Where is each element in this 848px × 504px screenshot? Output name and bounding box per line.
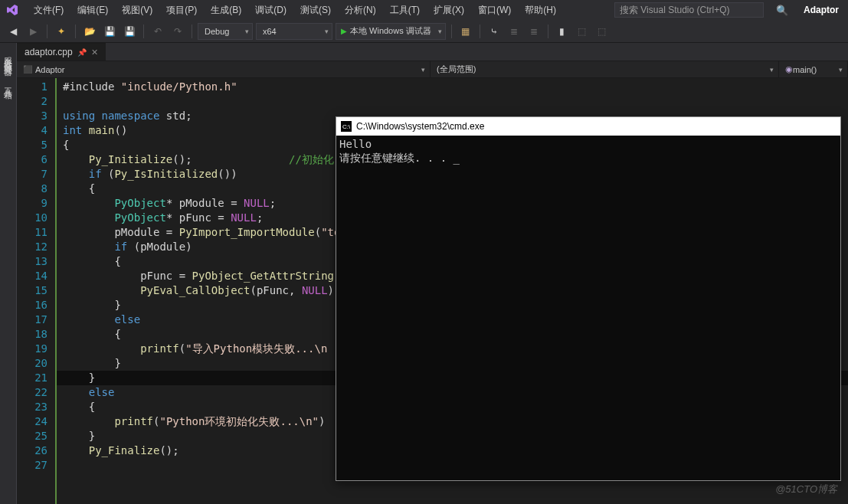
menu-item[interactable]: 扩展(X) [427, 2, 470, 19]
toolbar-icon-4: ⬚ [594, 23, 611, 40]
save-icon[interactable]: 💾 [101, 23, 118, 40]
watermark: @51CTO博客 [775, 483, 837, 496]
nav-forward-icon: ▶ [25, 23, 41, 40]
toolbar: ◀ ▶ ✦ 📂 💾 💾 ↶ ↷ Debug x64 ▶本地 Windows 调试… [0, 20, 848, 43]
debug-start-button[interactable]: ▶本地 Windows 调试器 [336, 23, 446, 40]
menu-item[interactable]: 工具(T) [384, 2, 426, 19]
menu-item[interactable]: 生成(B) [205, 2, 247, 19]
close-icon[interactable]: ✕ [91, 47, 98, 57]
menu-item[interactable]: 窗口(W) [472, 2, 517, 19]
toolbar-icon-2[interactable]: ⤷ [486, 23, 503, 40]
menu-item[interactable]: 帮助(H) [519, 2, 562, 19]
tab-active[interactable]: adaptor.cpp 📌 ✕ [17, 43, 106, 61]
config-dropdown[interactable]: Debug [198, 23, 253, 40]
console-title: C:\Windows\system32\cmd.exe [356, 121, 484, 132]
search-input[interactable]: 搜索 Visual Studio (Ctrl+Q) [614, 2, 764, 18]
line-gutter: 1234567891011121314151617181920212223242… [17, 78, 55, 504]
platform-dropdown[interactable]: x64 [256, 23, 332, 40]
menu-item[interactable]: 文件(F) [28, 2, 70, 19]
sidebar-server-explorer[interactable]: 服务器资源管理器 [1, 46, 15, 67]
sidebar-toolbox[interactable]: 工具箱 [1, 77, 15, 90]
console-output: Hello 请按任意键继续. . . _ [336, 136, 840, 480]
menu-item[interactable]: 编辑(E) [71, 2, 114, 19]
navigation-bar: ⬛Adaptor (全局范围) ◉ main() [17, 61, 848, 78]
menu-item[interactable]: 测试(S) [294, 2, 337, 19]
app-title: Adaptor [804, 5, 839, 15]
redo-icon[interactable]: ↷ [169, 23, 186, 40]
toolbar-icon-1[interactable]: ▦ [457, 23, 474, 40]
side-strip: 服务器资源管理器 工具箱 [0, 43, 17, 504]
save-all-icon[interactable]: 💾 [121, 23, 138, 40]
indent-right-icon: ≣ [525, 23, 542, 40]
pin-icon[interactable]: 📌 [77, 48, 87, 57]
document-tabs: adaptor.cpp 📌 ✕ [17, 43, 848, 61]
menu-bar: 文件(F)编辑(E)视图(V)项目(P)生成(B)调试(D)测试(S)分析(N)… [0, 0, 848, 20]
menu-item[interactable]: 项目(P) [160, 2, 203, 19]
nav-back-icon[interactable]: ◀ [5, 23, 21, 40]
code-line[interactable]: #include "include/Python.h" [57, 80, 848, 94]
open-icon[interactable]: 📂 [81, 23, 98, 40]
menu-item[interactable]: 分析(N) [339, 2, 382, 19]
toolbar-icon-3: ⬚ [574, 23, 591, 40]
nav-member-dropdown[interactable]: (全局范围) [431, 61, 779, 77]
undo-icon[interactable]: ↶ [149, 23, 166, 40]
nav-func-dropdown[interactable]: ◉ main() [779, 61, 848, 77]
menu-items: 文件(F)编辑(E)视图(V)项目(P)生成(B)调试(D)测试(S)分析(N)… [28, 2, 562, 19]
new-item-icon[interactable]: ✦ [53, 23, 70, 40]
menu-item[interactable]: 调试(D) [249, 2, 293, 19]
menu-item[interactable]: 视图(V) [116, 2, 159, 19]
nav-scope-dropdown[interactable]: ⬛Adaptor [17, 61, 431, 77]
cmd-icon: C:\ [341, 121, 352, 132]
bookmark-icon[interactable]: ▮ [554, 23, 571, 40]
code-line[interactable] [57, 94, 848, 109]
console-window[interactable]: C:\ C:\Windows\system32\cmd.exe Hello 请按… [336, 116, 841, 481]
tab-label: adaptor.cpp [25, 47, 73, 57]
indent-left-icon: ≣ [506, 23, 522, 40]
search-icon[interactable]: 🔍 [776, 5, 788, 16]
vs-logo-icon [3, 1, 21, 19]
console-titlebar[interactable]: C:\ C:\Windows\system32\cmd.exe [336, 117, 840, 136]
